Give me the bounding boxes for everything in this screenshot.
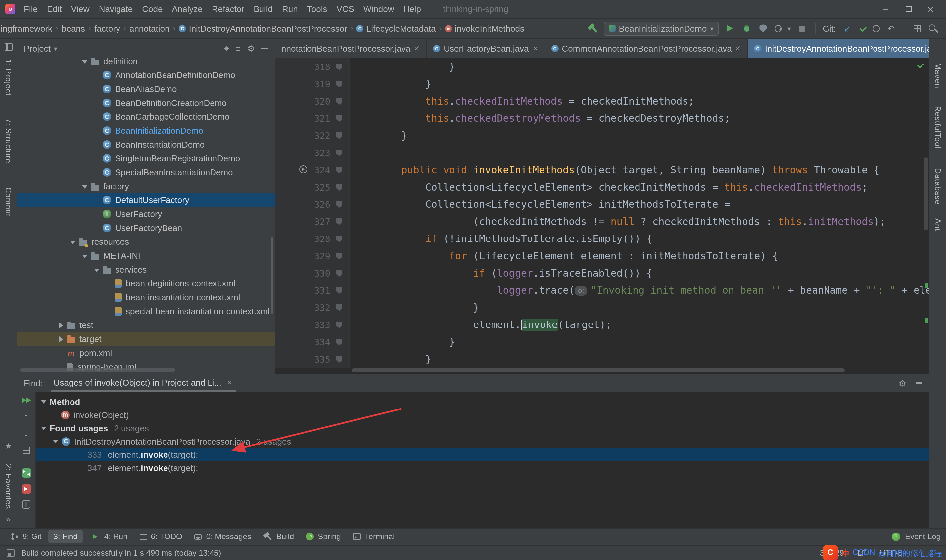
tree-item-special-bean-instantiation-context-xml[interactable]: special-bean-instantiation-context.xml (17, 304, 275, 318)
tree-item-beangarbagecollectiondemo[interactable]: CBeanGarbageCollectionDemo (17, 110, 275, 124)
debug-button[interactable] (741, 23, 752, 34)
find-results-tab[interactable]: Usages of invoke(Object) in Project and … (51, 374, 235, 392)
gutter[interactable]: 330 (276, 265, 350, 282)
breadcrumb-item-lifecyclemetadata[interactable]: CLifecycleMetadata (356, 23, 437, 34)
editor-line[interactable]: 334 } (276, 334, 929, 351)
tree-item-target[interactable]: target (17, 332, 275, 346)
menu-view[interactable]: View (66, 4, 94, 14)
toolwindow-messages[interactable]: 0: Messages (189, 530, 257, 543)
tree-chevron-right-icon[interactable] (57, 335, 65, 343)
close-icon[interactable] (415, 46, 420, 51)
find-row-invoke-object[interactable]: minvoke(Object) (36, 408, 929, 422)
navigate-to-source-button[interactable] (22, 484, 31, 494)
menu-help[interactable]: Help (399, 4, 426, 14)
editor-line[interactable]: 331 logger.trace(o:"Invoking init method… (276, 282, 929, 299)
gutter[interactable]: 329 (276, 248, 350, 265)
gutter[interactable]: 319 (276, 75, 350, 92)
tree-item-beaninitializationdemo[interactable]: CBeanInitializationDemo (17, 124, 275, 138)
git-commit-button[interactable] (859, 25, 867, 32)
maximize-button[interactable] (897, 0, 920, 17)
tree-item-bean-deginitions-context-xml[interactable]: bean-deginitions-context.xml (17, 277, 275, 291)
next-occurrence-button[interactable]: ↓ (24, 428, 28, 438)
tree-item-pom-xml[interactable]: mpom.xml (17, 346, 275, 360)
close-icon[interactable] (533, 46, 538, 51)
tab-nnotationbeanpostprocessor-java[interactable]: nnotationBeanPostProcessor.java (276, 39, 427, 58)
tree-chevron-down-icon[interactable] (81, 252, 89, 260)
tool-stripe-ant[interactable]: Ant (933, 218, 942, 231)
tree-item-services[interactable]: services (17, 263, 275, 277)
project-tree-horizontal-scrollbar[interactable] (20, 368, 176, 372)
tool-stripe-maven[interactable]: Maven (933, 63, 942, 88)
editor-line[interactable]: 321 this.checkedDestroyMethods = checked… (276, 110, 929, 127)
close-icon[interactable] (227, 380, 232, 385)
view-options-button[interactable]: ≡ (236, 44, 240, 53)
tree-item-test[interactable]: test (17, 318, 275, 332)
editor-line[interactable]: 320 this.checkedInitMethods = checkedIni… (276, 92, 929, 110)
gutter[interactable]: 323 (276, 144, 350, 162)
tab-userfactorybean-java[interactable]: CUserFactoryBean.java (427, 39, 545, 58)
gutter[interactable]: 335 (276, 351, 350, 368)
tab-commonannotationbeanpostprocessor-java[interactable]: CCommonAnnotationBeanPostProcessor.java (545, 39, 749, 58)
search-everywhere-button[interactable] (928, 23, 938, 34)
git-update-button[interactable]: ↙ (842, 23, 853, 34)
menu-analyze[interactable]: Analyze (167, 4, 207, 14)
project-tree-vertical-scrollbar[interactable] (271, 237, 273, 314)
info-button[interactable]: i (22, 500, 31, 509)
editor-line[interactable]: 327 (checkedInitMethods != null ? checke… (276, 213, 929, 230)
usage-stripe-mark[interactable] (926, 283, 928, 288)
tree-item-specialbeaninstantiationdemo[interactable]: CSpecialBeanInstantiationDemo (17, 165, 275, 179)
tree-item-beanaliasdemo[interactable]: CBeanAliasDemo (17, 82, 275, 96)
menu-file[interactable]: File (19, 4, 42, 14)
menu-refactor[interactable]: Refactor (207, 4, 249, 14)
gutter[interactable]: 322 (276, 127, 350, 144)
tree-item-singletonbeanregistrationdemo[interactable]: CSingletonBeanRegistrationDemo (17, 151, 275, 165)
tree-item-defaultuserfactory[interactable]: CDefaultUserFactory (17, 193, 275, 207)
gear-icon[interactable]: ⚙ (899, 378, 906, 388)
menu-edit[interactable]: Edit (42, 4, 66, 14)
tree-item-factory[interactable]: factory (17, 179, 275, 193)
tree-item-resources[interactable]: resources (17, 235, 275, 249)
editor-line[interactable]: 335 } (276, 351, 929, 368)
menu-run[interactable]: Run (277, 4, 302, 14)
close-button[interactable] (920, 0, 942, 17)
coverage-button[interactable] (758, 23, 768, 34)
editor-line[interactable]: 324 public void invokeInitMethods(Object… (276, 162, 929, 178)
gutter[interactable]: 325 (276, 178, 350, 196)
menu-tools[interactable]: Tools (302, 4, 332, 14)
menu-vcs[interactable]: VCS (332, 4, 359, 14)
editor-line[interactable]: 322 } (276, 127, 929, 144)
tool-window-toggle-icon[interactable] (7, 549, 15, 557)
tree-chevron-down-icon[interactable] (40, 398, 48, 406)
editor-line[interactable]: 323 (276, 144, 929, 162)
editor-line[interactable]: 329 for (LifecycleElement element : init… (276, 248, 929, 265)
tool-stripe-7-structure[interactable]: 7: Structure (4, 118, 13, 163)
menu-code[interactable]: Code (137, 4, 167, 14)
toolwindow-git[interactable]: 9: Git (5, 530, 47, 543)
tree-item-bean-instantiation-context-xml[interactable]: bean-instantiation-context.xml (17, 291, 275, 304)
tree-chevron-down-icon[interactable] (52, 437, 60, 445)
toolwindow-find[interactable]: 3: Find (48, 530, 83, 543)
tool-stripe-1-project[interactable]: 1: Project (4, 59, 13, 95)
tree-chevron-down-icon[interactable] (40, 424, 48, 432)
gutter[interactable]: 324 (276, 162, 350, 178)
editor-line[interactable]: 333 element.invoke(target); (276, 316, 929, 334)
code-editor[interactable]: 318 }319 }320 this.checkedInitMethods = … (276, 58, 929, 374)
gutter[interactable]: 333 (276, 316, 350, 334)
more-tool-windows-button[interactable]: » (6, 514, 10, 524)
autoscroll-to-source-button[interactable] (22, 468, 31, 478)
toolwindow-run[interactable]: 4: Run (85, 529, 133, 544)
minimize-button[interactable]: – (875, 0, 897, 17)
run-button[interactable] (724, 23, 735, 34)
find-row-usage-347[interactable]: 347element.invoke(target); (36, 461, 929, 474)
editor-line[interactable]: 328 if (!initMethodsToIterate.isEmpty())… (276, 230, 929, 248)
event-log-button[interactable]: 1 Event Log (892, 532, 941, 541)
editor-line[interactable]: 325 Collection<LifecycleElement> checked… (276, 178, 929, 196)
profiler-button[interactable] (774, 25, 781, 32)
tool-stripe-commit[interactable]: Commit (4, 187, 13, 216)
tree-item-userfactorybean[interactable]: CUserFactoryBean (17, 221, 275, 235)
editor-line[interactable]: 319 } (276, 75, 929, 92)
breadcrumb-item-invokeinitmethods[interactable]: minvokeInitMethods (444, 23, 525, 34)
tool-stripe-2-favorites[interactable]: 2: Favorites (4, 464, 13, 509)
tree-chevron-down-icon[interactable] (81, 57, 89, 65)
gutter[interactable]: 326 (276, 196, 350, 213)
